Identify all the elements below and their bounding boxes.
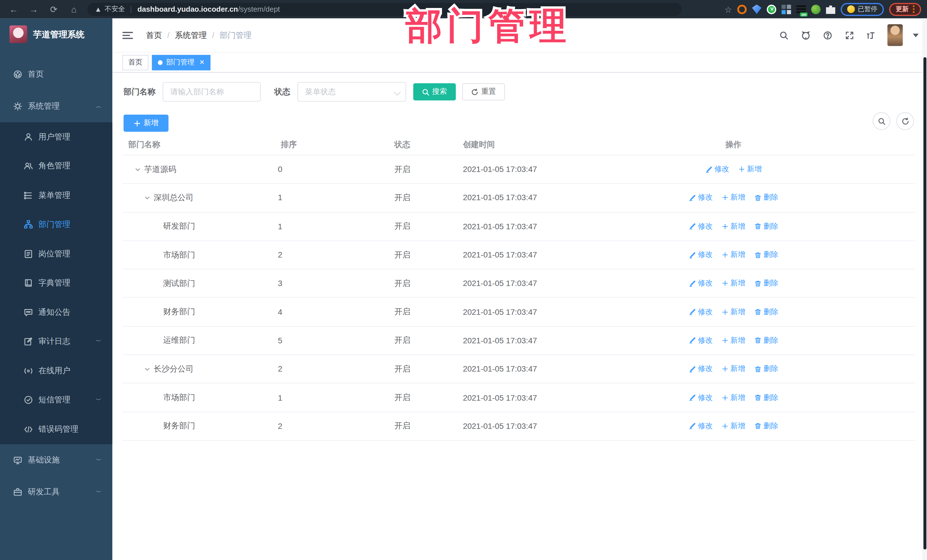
refresh-button[interactable]	[896, 112, 914, 130]
profile-paused-pill[interactable]: 已暂停	[840, 3, 884, 16]
font-size-icon[interactable]	[865, 29, 877, 41]
add-button[interactable]: 新增	[123, 115, 169, 132]
status-select[interactable]	[298, 82, 406, 102]
action-新增[interactable]: 新增	[722, 335, 745, 346]
sidebar-item-0[interactable]: 首页	[0, 58, 112, 90]
action-删除[interactable]: 删除	[754, 307, 778, 317]
forward-icon[interactable]: →	[29, 4, 38, 14]
sidebar-item-2[interactable]: 用户管理	[0, 122, 112, 152]
breadcrumb-item[interactable]: 首页	[146, 30, 162, 41]
green-check-ext-icon[interactable]	[767, 5, 776, 14]
list-on-ext-icon[interactable]	[796, 5, 806, 14]
caret-down-icon[interactable]	[913, 33, 919, 37]
action-新增[interactable]: 新增	[722, 250, 745, 260]
dept-created: 2021-01-05 17:03:47	[458, 222, 659, 231]
table-row-5[interactable]: 财务部门 4 开启 2021-01-05 17:03:47 修改新增删除	[122, 298, 915, 326]
sidebar-item-10[interactable]: 在线用户	[0, 356, 112, 385]
action-删除[interactable]: 删除	[754, 278, 778, 288]
action-删除[interactable]: 删除	[754, 250, 778, 260]
reload-icon[interactable]: ⟳	[50, 4, 58, 14]
scrollbar-thumb[interactable]	[924, 57, 926, 549]
browser-menu-icon[interactable]	[913, 5, 915, 13]
table-row-8[interactable]: 市场部门 1 开启 2021-01-05 17:03:47 修改新增删除	[122, 384, 915, 412]
action-新增[interactable]: 新增	[722, 193, 745, 203]
table-row-9[interactable]: 财务部门 2 开启 2021-01-05 17:03:47 修改新增删除	[122, 412, 915, 440]
green-key-ext-icon[interactable]	[811, 5, 821, 14]
sidebar-item-7[interactable]: 字典管理	[0, 269, 112, 298]
action-删除[interactable]: 删除	[754, 421, 778, 431]
table-row-3[interactable]: 市场部门 2 开启 2021-01-05 17:03:47 修改新增删除	[122, 241, 915, 269]
help-icon[interactable]	[822, 29, 833, 41]
github-icon[interactable]	[800, 29, 812, 41]
action-修改[interactable]: 修改	[688, 421, 713, 431]
action-删除[interactable]: 删除	[754, 393, 778, 403]
puzzle-ext-icon[interactable]	[826, 5, 836, 14]
action-修改[interactable]: 修改	[688, 193, 713, 203]
action-修改[interactable]: 修改	[688, 250, 713, 260]
sidebar-item-14[interactable]: 研发工具﹀	[0, 476, 112, 508]
blue-gem-ext-icon[interactable]	[752, 5, 761, 14]
dept-name-input[interactable]	[163, 82, 261, 102]
sidebar-item-11[interactable]: 短信管理﹀	[0, 385, 112, 415]
sidebar-item-5[interactable]: 部门管理	[0, 210, 112, 239]
sidebar-item-9[interactable]: 审计日志﹀	[0, 327, 112, 357]
action-修改[interactable]: 修改	[688, 393, 713, 403]
grid-ext-icon[interactable]	[781, 5, 791, 14]
expander-chevron-icon[interactable]	[133, 165, 142, 174]
action-删除[interactable]: 删除	[754, 364, 778, 374]
expander-chevron-icon[interactable]	[143, 365, 152, 373]
security-chip[interactable]: ▲ 不安全	[95, 5, 125, 14]
action-删除[interactable]: 删除	[754, 221, 778, 231]
action-新增[interactable]: 新增	[722, 278, 745, 288]
table-row-0[interactable]: 芋道源码 0 开启 2021-01-05 17:03:47 修改新增	[122, 155, 915, 184]
sidebar-item-1[interactable]: 系统管理︿	[0, 90, 112, 122]
action-新增[interactable]: 新增	[738, 164, 762, 174]
user-avatar[interactable]	[887, 24, 903, 46]
search-button[interactable]: 搜索	[413, 83, 456, 100]
back-icon[interactable]: ←	[9, 4, 18, 14]
fullscreen-icon[interactable]	[844, 29, 856, 41]
action-删除[interactable]: 删除	[754, 335, 778, 346]
action-新增[interactable]: 新增	[722, 421, 745, 431]
sidebar-item-4[interactable]: 菜单管理	[0, 181, 112, 210]
browser-omnibox[interactable]: ▲ 不安全 dashboard.yudao.iocoder.cn/system/…	[88, 3, 682, 16]
action-修改[interactable]: 修改	[705, 164, 729, 174]
update-button[interactable]: 更新	[889, 3, 921, 16]
page-scrollbar[interactable]	[922, 18, 927, 560]
home-icon[interactable]: ⌂	[71, 4, 77, 14]
table-row-1[interactable]: 深圳总公司 1 开启 2021-01-05 17:03:47 修改新增删除	[122, 184, 915, 212]
bookmark-star-icon[interactable]: ☆	[725, 5, 732, 14]
sidebar-item-3[interactable]: 角色管理	[0, 152, 112, 181]
action-新增[interactable]: 新增	[722, 221, 745, 231]
action-新增[interactable]: 新增	[722, 307, 745, 317]
action-修改[interactable]: 修改	[688, 221, 713, 231]
breadcrumb-item[interactable]: 系统管理	[175, 30, 207, 41]
action-新增[interactable]: 新增	[722, 364, 745, 374]
url-text[interactable]: dashboard.yudao.iocoder.cn/system/dept	[137, 5, 280, 14]
search-icon[interactable]	[778, 29, 790, 41]
action-修改[interactable]: 修改	[688, 364, 713, 374]
table-row-6[interactable]: 运维部门 5 开启 2021-01-05 17:03:47 修改新增删除	[122, 326, 915, 355]
sidebar-item-8[interactable]: 通知公告	[0, 298, 112, 327]
table-row-2[interactable]: 研发部门 1 开启 2021-01-05 17:03:47 修改新增删除	[122, 212, 915, 241]
reset-button[interactable]: 重置	[462, 83, 505, 100]
show-search-button[interactable]	[872, 112, 890, 130]
status-select-input[interactable]	[298, 82, 406, 102]
table-row-4[interactable]: 测试部门 3 开启 2021-01-05 17:03:47 修改新增删除	[122, 269, 915, 298]
action-新增[interactable]: 新增	[722, 393, 745, 403]
sidebar-item-12[interactable]: 错误码管理	[0, 414, 112, 444]
app-logo-row[interactable]: 芋道管理系统	[0, 18, 112, 50]
expander-chevron-icon[interactable]	[143, 193, 152, 202]
action-修改[interactable]: 修改	[688, 278, 713, 288]
tab-1[interactable]: 部门管理 ✕	[152, 55, 211, 70]
action-修改[interactable]: 修改	[688, 335, 713, 346]
close-icon[interactable]: ✕	[199, 58, 205, 66]
table-row-7[interactable]: 长沙分公司 2 开启 2021-01-05 17:03:47 修改新增删除	[122, 355, 915, 384]
sidebar-item-13[interactable]: 基础设施﹀	[0, 444, 112, 476]
action-修改[interactable]: 修改	[688, 307, 713, 317]
tab-0[interactable]: 首页	[122, 55, 148, 70]
action-删除[interactable]: 删除	[754, 193, 778, 203]
orange-ring-ext-icon[interactable]	[737, 5, 747, 14]
hamburger-icon[interactable]	[122, 30, 133, 41]
sidebar-item-6[interactable]: 岗位管理	[0, 239, 112, 269]
